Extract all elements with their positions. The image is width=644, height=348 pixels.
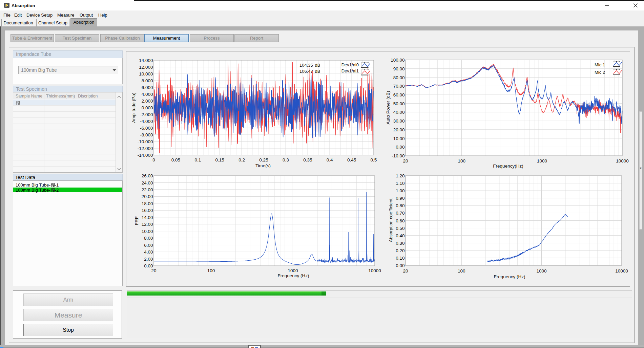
svg-text:Mic 1: Mic 1	[595, 62, 605, 67]
svg-text:-4.000: -4.000	[140, 119, 153, 124]
svg-text:40.00: 40.00	[393, 110, 405, 115]
svg-text:Mic 2: Mic 2	[595, 70, 605, 75]
svg-text:0: 0	[152, 157, 155, 162]
svg-text:8.00: 8.00	[144, 236, 153, 241]
svg-text:Absorption coefficient: Absorption coefficient	[388, 198, 393, 242]
svg-text:0.05: 0.05	[171, 157, 180, 162]
svg-text:4.00: 4.00	[144, 249, 153, 255]
svg-text:1.00: 1.00	[396, 188, 404, 193]
svg-text:20: 20	[403, 158, 408, 164]
svg-text:16.00: 16.00	[142, 208, 153, 213]
svg-text:0.50: 0.50	[396, 226, 404, 231]
svg-text:2.000: 2.000	[142, 99, 153, 104]
svg-text:-14.000: -14.000	[138, 153, 153, 158]
svg-text:dB: dB	[315, 63, 320, 68]
svg-text:1000: 1000	[288, 268, 298, 273]
svg-text:60.00: 60.00	[393, 92, 405, 97]
svg-text:0.45: 0.45	[347, 157, 356, 162]
svg-text:4.000: 4.000	[142, 92, 153, 97]
svg-text:0.90: 0.90	[396, 196, 404, 201]
svg-text:0.5: 0.5	[371, 157, 377, 162]
svg-text:0.000: 0.000	[142, 105, 153, 110]
svg-text:20: 20	[403, 268, 408, 274]
svg-text:14.000: 14.000	[139, 58, 153, 63]
svg-text:1.10: 1.10	[396, 181, 404, 186]
svg-text:Dev1/ai1: Dev1/ai1	[341, 68, 359, 73]
svg-text:10.00: 10.00	[393, 136, 405, 141]
svg-text:-6.000: -6.000	[140, 126, 153, 131]
svg-text:Frequency(Hz): Frequency(Hz)	[493, 164, 523, 169]
svg-text:0.40: 0.40	[396, 233, 404, 238]
svg-text:100.00: 100.00	[391, 58, 404, 63]
svg-text:24.00: 24.00	[142, 180, 153, 186]
svg-text:6.000: 6.000	[142, 85, 153, 90]
svg-text:10000: 10000	[616, 158, 629, 164]
svg-text:0.35: 0.35	[303, 157, 312, 162]
svg-text:30.00: 30.00	[393, 118, 405, 124]
svg-text:-10.00: -10.00	[392, 153, 404, 158]
svg-text:20.00: 20.00	[393, 127, 405, 132]
svg-text:0.80: 0.80	[396, 203, 404, 208]
svg-text:12.000: 12.000	[139, 65, 153, 70]
svg-text:100: 100	[458, 158, 465, 164]
svg-text:6.00: 6.00	[144, 243, 153, 248]
svg-text:1.20: 1.20	[396, 173, 404, 178]
svg-text:20: 20	[151, 268, 156, 273]
svg-text:100: 100	[458, 268, 465, 274]
svg-text:70.00: 70.00	[393, 84, 405, 89]
svg-text:90.00: 90.00	[393, 66, 405, 71]
svg-text:Dev1/ai0: Dev1/ai0	[341, 62, 359, 67]
svg-text:FRF: FRF	[134, 216, 139, 225]
svg-text:0.3: 0.3	[283, 157, 289, 162]
svg-text:-12.000: -12.000	[138, 146, 153, 151]
svg-text:Frequency (Hz): Frequency (Hz)	[277, 273, 309, 278]
svg-text:22.00: 22.00	[142, 187, 153, 192]
svg-text:0.60: 0.60	[396, 218, 404, 223]
svg-text:Time(s): Time(s)	[255, 163, 271, 168]
svg-text:10000: 10000	[368, 268, 381, 273]
svg-text:0.25: 0.25	[259, 157, 268, 162]
svg-text:0.20: 0.20	[396, 248, 404, 253]
svg-text:Auto Power (dB): Auto Power (dB)	[386, 91, 391, 124]
svg-text:10.000: 10.000	[139, 71, 153, 77]
svg-text:106.47: 106.47	[299, 69, 313, 74]
svg-text:Frequency (Hz): Frequency (Hz)	[494, 274, 525, 279]
svg-text:50.00: 50.00	[393, 101, 405, 106]
svg-text:0.15: 0.15	[215, 157, 224, 162]
svg-text:8.000: 8.000	[142, 78, 153, 83]
svg-text:10.00: 10.00	[142, 229, 153, 234]
svg-text:10000: 10000	[615, 268, 628, 274]
svg-text:2.00: 2.00	[144, 257, 153, 262]
svg-text:0.70: 0.70	[396, 211, 404, 216]
svg-text:Amplitude (Pa): Amplitude (Pa)	[131, 92, 136, 123]
svg-text:12.00: 12.00	[142, 222, 153, 227]
svg-text:26.00: 26.00	[142, 173, 153, 178]
svg-text:1000: 1000	[537, 158, 547, 164]
svg-text:100: 100	[207, 268, 215, 273]
svg-text:-8.000: -8.000	[140, 132, 153, 137]
svg-text:20.00: 20.00	[142, 194, 153, 199]
svg-text:14.00: 14.00	[142, 215, 153, 220]
svg-text:0.2: 0.2	[238, 157, 245, 162]
svg-text:0.30: 0.30	[396, 241, 404, 246]
svg-text:dB: dB	[315, 69, 320, 74]
svg-text:18.00: 18.00	[142, 201, 153, 206]
svg-text:0.00: 0.00	[396, 263, 404, 268]
svg-text:-10.000: -10.000	[138, 139, 153, 144]
svg-text:104.35: 104.35	[299, 63, 313, 68]
svg-text:0.4: 0.4	[327, 157, 333, 162]
svg-text:80.00: 80.00	[393, 75, 405, 80]
svg-text:1000: 1000	[537, 268, 547, 274]
svg-text:-2.000: -2.000	[140, 112, 153, 117]
svg-text:0.00: 0.00	[396, 145, 404, 150]
svg-text:0.1: 0.1	[194, 157, 201, 162]
svg-text:0.10: 0.10	[396, 256, 404, 261]
